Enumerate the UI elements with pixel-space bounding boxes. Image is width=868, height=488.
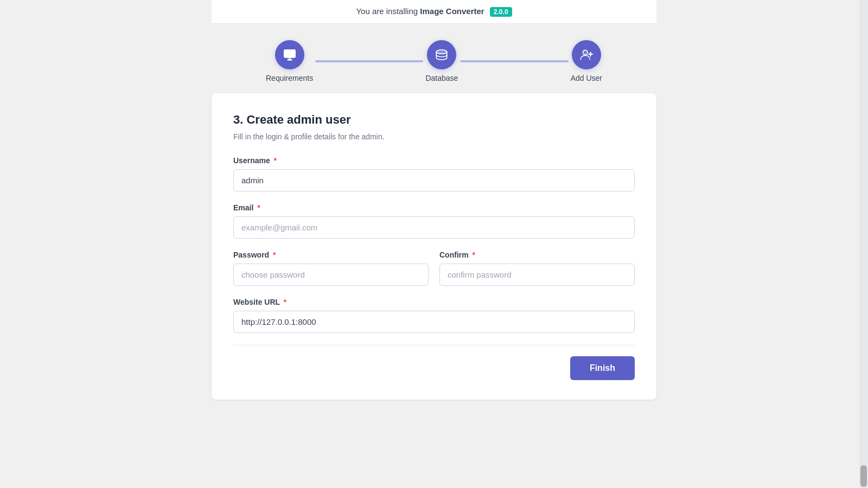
stepper-container: Requirements Database [212,24,656,93]
step-requirements: Requirements [266,40,313,82]
database-label: Database [425,74,458,82]
step-line-2 [460,60,568,62]
password-input[interactable] [233,264,429,286]
username-input[interactable] [233,169,635,191]
password-row: Password * Confirm * [233,251,635,298]
email-required: * [257,203,260,212]
step-line-1 [315,60,423,62]
username-group: Username * [233,156,635,191]
banner-text: You are installing Image Converter 2.0.0 [356,7,512,16]
finish-button[interactable]: Finish [570,356,635,380]
form-actions: Finish [233,356,635,380]
password-required: * [273,251,276,259]
confirm-input[interactable] [439,264,635,286]
confirm-required: * [473,251,475,259]
password-group: Password * [233,251,429,286]
svg-point-5 [583,50,588,55]
website-url-input[interactable] [233,311,635,333]
app-name: Image Converter [420,7,484,16]
stepper: Requirements Database [266,40,602,82]
version-badge: 2.0.0 [490,7,512,17]
requirements-label: Requirements [266,74,313,82]
username-label: Username * [233,156,635,165]
requirements-icon [275,40,304,69]
top-banner: You are installing Image Converter 2.0.0 [212,0,656,24]
website-url-label: Website URL * [233,298,635,306]
database-icon [427,40,456,69]
confirm-label: Confirm * [439,251,635,259]
website-url-required: * [284,298,286,306]
email-input[interactable] [233,216,635,239]
password-label: Password * [233,251,429,259]
form-title: 3. Create admin user [233,113,635,127]
svg-point-4 [437,50,448,54]
form-subtitle: Fill in the login & profile details for … [233,132,635,141]
email-group: Email * [233,203,635,239]
add-user-label: Add User [571,74,602,82]
scrollbar-thumb[interactable] [860,465,867,487]
website-url-group: Website URL * [233,298,635,333]
add-user-icon [572,40,601,69]
confirm-group: Confirm * [439,251,635,286]
scrollbar[interactable] [859,0,868,488]
step-add-user: Add User [571,40,602,82]
form-divider [233,345,635,345]
main-card: 3. Create admin user Fill in the login &… [212,93,656,400]
email-label: Email * [233,203,635,212]
step-database: Database [425,40,458,82]
username-required: * [274,156,277,165]
